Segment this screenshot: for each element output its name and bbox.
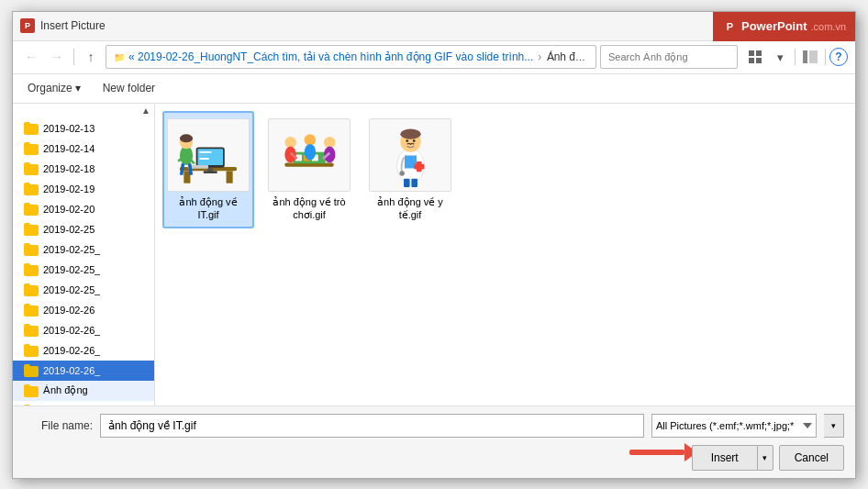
file-label-1: ảnh động về trò chơi.gif	[271, 195, 348, 222]
sidebar-item-label-5: 2019-02-25	[43, 224, 95, 235]
svg-rect-47	[411, 178, 417, 186]
svg-point-16	[180, 134, 193, 142]
sidebar-item-label-13: Ảnh động	[43, 384, 88, 396]
sidebar-item-11[interactable]: 2019-02-26_	[13, 340, 154, 361]
file-item-1[interactable]: ảnh động về trò chơi.gif	[263, 111, 355, 229]
path-separator: ›	[538, 50, 544, 63]
address-folder-icon: 📁	[114, 52, 125, 62]
svg-rect-2	[749, 58, 754, 63]
insert-button[interactable]: Insert	[692, 445, 757, 471]
search-input[interactable]	[600, 45, 738, 69]
title-bar-left: P Insert Picture	[20, 18, 106, 33]
insert-picture-dialog: P Insert Picture P PowerPoint .com.vn ─ …	[12, 11, 856, 479]
filetype-dropdown-button[interactable]: ▾	[824, 414, 844, 438]
svg-rect-12	[204, 171, 217, 173]
path-current: Ảnh động	[547, 50, 588, 63]
svg-point-42	[412, 139, 415, 142]
folder-icon-3	[24, 183, 39, 195]
file-label-2: ảnh động về y tế.gif	[372, 195, 449, 222]
new-folder-button[interactable]: New folder	[95, 79, 162, 97]
organize-button[interactable]: Organize ▾	[20, 79, 88, 97]
sidebar-item-1[interactable]: 2019-02-14	[13, 139, 154, 159]
sidebar-item-3[interactable]: 2019-02-19	[13, 179, 154, 199]
back-button[interactable]: ←	[20, 46, 42, 68]
view-icon-button[interactable]	[745, 46, 767, 68]
ppt-domain: .com.vn	[810, 21, 846, 32]
sidebar-item-0[interactable]: 2019-02-13	[13, 118, 154, 139]
scroll-up-area: ▲	[13, 104, 154, 118]
sidebar-item-label-6: 2019-02-25_	[43, 244, 100, 255]
pane-toggle-button[interactable]	[799, 46, 821, 68]
file-thumbnail-2	[369, 118, 451, 192]
folder-icon	[24, 122, 39, 135]
folder-icon-1	[24, 142, 39, 155]
sidebar-item-label-7: 2019-02-25_	[43, 264, 100, 275]
view-sep2	[825, 49, 826, 65]
sidebar-item-4[interactable]: 2019-02-20	[13, 199, 154, 219]
folder-icon-5	[24, 223, 39, 236]
svg-point-34	[324, 147, 335, 163]
sidebar-item-label-4: 2019-02-20	[43, 204, 95, 215]
app-icon: P	[20, 18, 35, 33]
folder-icon-4	[24, 203, 39, 216]
sidebar-item-7[interactable]: 2019-02-25_	[13, 260, 154, 280]
address-bar[interactable]: 📁 « 2019-02-26_HuongNT_Cách tìm, tải và …	[106, 45, 596, 69]
sidebar-item-label-2: 2019-02-18	[43, 163, 95, 174]
folder-icon-6	[24, 243, 39, 256]
ppt-logo-icon: P	[722, 19, 738, 34]
sidebar-item-label-8: 2019-02-25_	[43, 284, 100, 295]
svg-line-19	[182, 163, 184, 174]
sidebar-item-label-3: 2019-02-19	[43, 183, 95, 194]
folder-icon-2	[24, 162, 39, 175]
svg-point-40	[400, 128, 420, 139]
sidebar-item-10[interactable]: 2019-02-26_	[13, 320, 154, 340]
sidebar-item-2[interactable]: 2019-02-18	[13, 159, 154, 179]
dialog-title: Insert Picture	[40, 19, 106, 32]
nav-separator	[73, 49, 74, 65]
insert-button-group: Insert ▾	[692, 445, 773, 471]
sidebar-item-6[interactable]: 2019-02-25_	[13, 239, 154, 260]
view-dropdown-button[interactable]: ▾	[769, 46, 791, 68]
svg-point-31	[305, 134, 316, 145]
forward-button[interactable]: →	[46, 46, 68, 68]
organize-arrow: ▾	[75, 82, 81, 94]
folder-icon-13	[24, 384, 39, 397]
folder-icon-8	[24, 283, 39, 296]
main-area: ▲ 2019-02-13 2019-02-14 2019-02-18	[13, 104, 855, 406]
action-row: Insert ▾ Cancel	[24, 445, 844, 471]
scroll-up-button[interactable]: ▲	[141, 106, 150, 116]
file-item-2[interactable]: ảnh động về y tế.gif	[364, 111, 456, 229]
address-path: « 2019-02-26_HuongNT_Cách tìm, tải và ch…	[128, 50, 588, 63]
up-button[interactable]: ↑	[80, 46, 102, 68]
svg-rect-5	[809, 50, 818, 63]
svg-point-32	[305, 144, 316, 161]
action-buttons: Insert ▾ Cancel	[692, 445, 844, 471]
sidebar-item-label-11: 2019-02-26_	[43, 345, 100, 356]
folder-icon-10	[24, 324, 39, 337]
file-item-0[interactable]: ảnh động về IT.gif	[162, 111, 254, 229]
svg-rect-0	[749, 50, 754, 56]
file-thumbnail-1	[268, 118, 351, 192]
insert-dropdown-button[interactable]: ▾	[757, 445, 773, 471]
sidebar-item-14[interactable]: Giáo trình Ielts	[13, 401, 154, 406]
sidebar-item-label-0: 2019-02-13	[43, 123, 95, 134]
organize-toolbar: Organize ▾ New folder	[13, 74, 855, 104]
svg-rect-3	[756, 58, 762, 63]
folder-icon-11	[24, 344, 39, 357]
cancel-button[interactable]: Cancel	[779, 445, 844, 471]
filetype-select[interactable]: All Pictures (*.emf;*.wmf;*.jpg;*	[651, 414, 817, 438]
ppt-brand: PowerPoint	[741, 19, 807, 33]
help-button[interactable]: ?	[829, 48, 848, 66]
folder-icon-9	[24, 304, 39, 317]
svg-rect-1	[756, 50, 762, 56]
filename-input[interactable]	[100, 414, 644, 438]
sidebar-item-5[interactable]: 2019-02-25	[13, 219, 154, 239]
sidebar-item-9[interactable]: 2019-02-26	[13, 300, 154, 320]
bottom-area: File name: All Pictures (*.emf;*.wmf;*.j…	[13, 406, 855, 478]
path-link[interactable]: « 2019-02-26_HuongNT_Cách tìm, tải và ch…	[128, 50, 533, 63]
sidebar-item-13[interactable]: Ảnh động	[13, 381, 154, 401]
sidebar-item-12[interactable]: 2019-02-26_	[13, 361, 154, 381]
sidebar-item-8[interactable]: 2019-02-25_	[13, 280, 154, 300]
svg-point-29	[284, 137, 295, 148]
folder-icon-7	[24, 263, 39, 276]
